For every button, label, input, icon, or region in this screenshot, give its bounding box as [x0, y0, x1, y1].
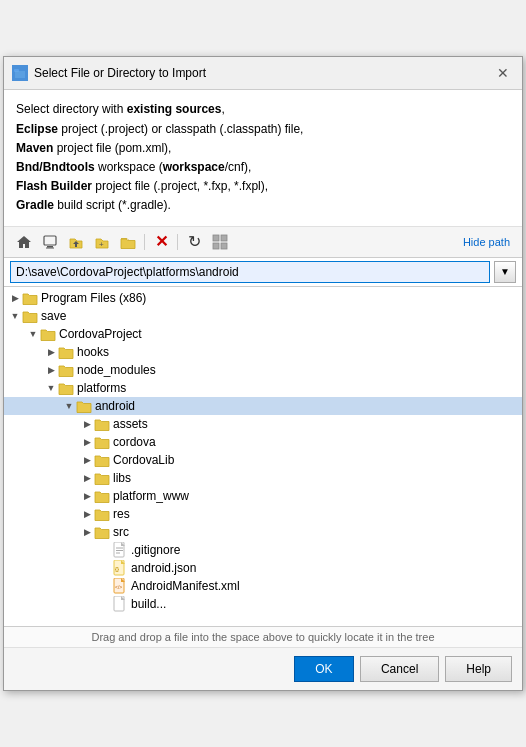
expand-arrow: ▶ [80, 525, 94, 539]
item-label: Program Files (x86) [41, 291, 146, 305]
path-expand-button[interactable]: ▼ [494, 261, 516, 283]
item-label: platform_www [113, 489, 189, 503]
folder-icon [94, 453, 110, 467]
file-icon-json: {} [112, 561, 128, 575]
dialog-title: Select File or Directory to Import [34, 66, 206, 80]
toolbar-separator2 [177, 234, 178, 250]
folder-icon [94, 471, 110, 485]
tree-item-cordovalib[interactable]: ▶ CordovaLib [4, 451, 522, 469]
tree-item-cordovaproject[interactable]: ▼ CordovaProject [4, 325, 522, 343]
tree-item-src[interactable]: ▶ src [4, 523, 522, 541]
item-label: hooks [77, 345, 109, 359]
expand-arrow: ▶ [8, 291, 22, 305]
desc-line1: Select directory with existing sources, [16, 102, 225, 116]
expand-arrow: ▶ [80, 435, 94, 449]
tree-item-save[interactable]: ▼ save [4, 307, 522, 325]
cancel-button[interactable]: Cancel [360, 656, 439, 682]
refresh-button[interactable]: ↻ [182, 231, 206, 253]
expand-arrow: ▶ [80, 417, 94, 431]
item-label: save [41, 309, 66, 323]
tree-item-cordova[interactable]: ▶ cordova [4, 433, 522, 451]
folder-icon [94, 507, 110, 521]
import-dialog: Select File or Directory to Import ✕ Sel… [3, 56, 523, 690]
tree-item-gitignore[interactable]: ▶ .gitignore [4, 541, 522, 559]
item-label: CordovaLib [113, 453, 174, 467]
item-label: node_modules [77, 363, 156, 377]
tree-item-platform-www[interactable]: ▶ platform_www [4, 487, 522, 505]
description-area: Select directory with existing sources, … [4, 90, 522, 226]
tree-item-assets[interactable]: ▶ assets [4, 415, 522, 433]
item-label: res [113, 507, 130, 521]
tree-item-node-modules[interactable]: ▶ node_modules [4, 361, 522, 379]
folder-icon [58, 363, 74, 377]
file-tree[interactable]: ▶ Program Files (x86) ▼ save ▼ CordovaPr… [4, 287, 522, 627]
item-label: android [95, 399, 135, 413]
file-icon-xml: </> [112, 579, 128, 593]
ok-button[interactable]: OK [294, 656, 354, 682]
folder-icon [40, 327, 56, 341]
expand-arrow: ▶ [80, 507, 94, 521]
delete-button[interactable]: ✕ [149, 231, 173, 253]
button-bar: OK Cancel Help [4, 648, 522, 690]
computer-button[interactable] [38, 231, 62, 253]
expand-arrow: ▼ [44, 381, 58, 395]
svg-text:</>: </> [115, 584, 122, 590]
tree-item-res[interactable]: ▶ res [4, 505, 522, 523]
folder-icon [58, 381, 74, 395]
svg-rect-3 [44, 236, 56, 245]
file-icon-build [112, 597, 128, 611]
svg-rect-2 [15, 71, 25, 78]
desc-line2: Eclipse project (.project) or classpath … [16, 122, 303, 136]
item-label: AndroidManifest.xml [131, 579, 240, 593]
expand-arrow: ▼ [8, 309, 22, 323]
expand-arrow: ▶ [44, 345, 58, 359]
svg-text:{}: {} [115, 566, 119, 572]
tree-item-hooks[interactable]: ▶ hooks [4, 343, 522, 361]
item-label: CordovaProject [59, 327, 142, 341]
file-icon-gitignore [112, 543, 128, 557]
toolbar-separator [144, 234, 145, 250]
folder-icon [22, 309, 38, 323]
home-button[interactable] [12, 231, 36, 253]
drag-hint: Drag and drop a file into the space abov… [4, 627, 522, 648]
tree-item-program-files[interactable]: ▶ Program Files (x86) [4, 289, 522, 307]
folder-up-button[interactable] [64, 231, 88, 253]
help-button[interactable]: Help [445, 656, 512, 682]
desc-line6: Gradle build script (*.gradle). [16, 198, 171, 212]
tree-item-platforms[interactable]: ▼ platforms [4, 379, 522, 397]
folder-icon [94, 525, 110, 539]
svg-rect-10 [221, 243, 227, 249]
tree-item-build[interactable]: ▶ build... [4, 595, 522, 613]
item-label: cordova [113, 435, 156, 449]
folder-icon [22, 291, 38, 305]
item-label: build... [131, 597, 166, 611]
item-label: android.json [131, 561, 196, 575]
svg-rect-7 [213, 235, 219, 241]
desc-line3: Maven project file (pom.xml), [16, 141, 171, 155]
svg-rect-4 [47, 246, 53, 248]
item-label: libs [113, 471, 131, 485]
path-input[interactable] [10, 261, 490, 283]
new-folder-button[interactable]: + [90, 231, 114, 253]
tree-item-android[interactable]: ▼ android [4, 397, 522, 415]
hide-path-button[interactable]: Hide path [459, 234, 514, 250]
title-bar: Select File or Directory to Import ✕ [4, 57, 522, 90]
tree-item-androidmanifest[interactable]: ▶ </> AndroidManifest.xml [4, 577, 522, 595]
folder-icon [58, 345, 74, 359]
expand-arrow: ▶ [80, 453, 94, 467]
view-button[interactable] [208, 231, 232, 253]
folder-icon [76, 399, 92, 413]
expand-arrow: ▶ [80, 489, 94, 503]
tree-item-android-json[interactable]: ▶ {} android.json [4, 559, 522, 577]
svg-rect-8 [221, 235, 227, 241]
dialog-icon [12, 65, 28, 81]
folder-icon [94, 417, 110, 431]
item-label: platforms [77, 381, 126, 395]
folder-icon [94, 489, 110, 503]
expand-arrow: ▶ [44, 363, 58, 377]
tree-item-libs[interactable]: ▶ libs [4, 469, 522, 487]
item-label: .gitignore [131, 543, 180, 557]
folder-alt-button[interactable] [116, 231, 140, 253]
item-label: src [113, 525, 129, 539]
close-button[interactable]: ✕ [492, 63, 514, 83]
